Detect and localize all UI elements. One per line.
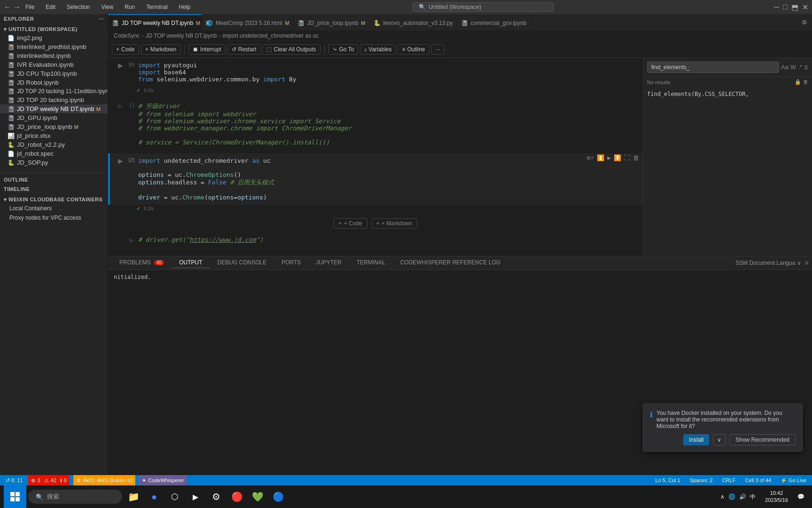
- notification-icon[interactable]: 💬: [794, 493, 808, 500]
- spaces-item[interactable]: Spaces: 2: [688, 477, 715, 483]
- sidebar-item-jd-top-weekly[interactable]: 📓JD TOP weekly NB DT.ipynbM: [0, 104, 108, 113]
- taskbar-chrome[interactable]: ●: [145, 485, 164, 508]
- status-codewhisperer[interactable]: ✦ CodeWhisperer: [139, 475, 187, 485]
- sidebar-item-jd-robot-spec[interactable]: 📄jd_robot.spec: [0, 149, 108, 158]
- cloudbase-title[interactable]: ▾ WEIXIN CLOUDBASE CONTAINERS: [0, 194, 108, 204]
- add-code-btn[interactable]: + + Code: [334, 218, 367, 229]
- tray-ime-icon[interactable]: 中: [750, 493, 756, 501]
- taskbar-search[interactable]: 🔍 搜索: [28, 490, 122, 504]
- sidebar-item-interlinked-test[interactable]: 📓interlinkedtest.ipynb: [0, 51, 108, 60]
- breadcrumb-codesync[interactable]: CodeSync: [114, 32, 140, 39]
- cloudbase-proxy-nodes[interactable]: Proxy nodes for VPC access: [0, 213, 108, 222]
- regex-icon[interactable]: .*: [798, 64, 802, 71]
- toolbar-markdown-btn[interactable]: + Markdown: [141, 44, 180, 55]
- sidebar-item-jd-top20[interactable]: 📓JD TOP 20 tacking.ipynb: [0, 95, 108, 104]
- toolbar-clear-btn[interactable]: ⬚ Clear All Outputs: [262, 44, 320, 55]
- toolbar-variables-btn[interactable]: 𝑥 Variables: [360, 44, 396, 55]
- cell-run-above-icon[interactable]: ⏫: [597, 154, 604, 161]
- outline-section[interactable]: OUTLINE: [0, 175, 108, 184]
- taskbar-app4[interactable]: 🔵: [269, 485, 288, 508]
- ssm-lang-label[interactable]: SSM Document Langua ∨: [735, 260, 801, 266]
- menu-edit[interactable]: Edit: [44, 3, 57, 11]
- docker-show-recommended-btn[interactable]: Show Recommended: [729, 434, 796, 445]
- symbol-search-input[interactable]: [647, 62, 779, 73]
- taskbar-files[interactable]: 📁: [124, 485, 143, 508]
- lock-icon[interactable]: 🔒: [795, 79, 801, 85]
- cell-2-run-btn[interactable]: ▶: [118, 102, 123, 110]
- sidebar-item-jd-sop[interactable]: 🐍JD_SOP.py: [0, 158, 108, 167]
- tab-terminal[interactable]: TERMINAL: [349, 257, 393, 268]
- cell-run-icon[interactable]: ▶: [607, 154, 611, 161]
- cell-1-content[interactable]: import pyautogui import base64 from sele…: [138, 60, 643, 85]
- menu-view[interactable]: View: [99, 3, 115, 11]
- nav-forward[interactable]: →: [13, 3, 21, 11]
- tab-codewhisperer-log[interactable]: CODEWHISPERER REFERENCE LOG: [393, 257, 508, 268]
- window-close[interactable]: ✕: [802, 3, 808, 12]
- taskbar-clock[interactable]: 10:42 2023/5/16: [761, 490, 792, 504]
- toolbar-outline-btn[interactable]: ≡ Outline: [398, 44, 429, 55]
- menu-run[interactable]: Run: [123, 3, 137, 11]
- go-live-item[interactable]: ⚡ Go Live: [779, 477, 808, 484]
- word-match-icon[interactable]: W: [790, 64, 796, 71]
- sidebar-item-jd-robot-v2[interactable]: 🐍JD_robot_v2.2.py: [0, 140, 108, 149]
- sidebar-item-ivr[interactable]: 📓IVR Evaluation.ipynb: [0, 60, 108, 69]
- nav-arrows[interactable]: ← →: [4, 3, 21, 11]
- toolbar-interrupt-btn[interactable]: ⏹ Interrupt: [188, 44, 226, 55]
- cell-4-content[interactable]: # driver.get("https://www.jd.com"): [138, 234, 643, 245]
- menu-file[interactable]: File: [23, 3, 36, 11]
- taskbar-vscode[interactable]: ⬡: [165, 485, 184, 508]
- delete-result-icon[interactable]: 🗑: [803, 79, 808, 85]
- tab-close-icon[interactable]: ✕: [205, 19, 211, 27]
- menu-help[interactable]: Help: [177, 3, 193, 11]
- timeline-section[interactable]: TIMELINE: [0, 184, 108, 194]
- git-branch-item[interactable]: ↺ 0: 11: [4, 477, 24, 484]
- cell-4-run-btn[interactable]: ▶: [129, 236, 134, 244]
- toolbar-restart-btn[interactable]: ↺ Restart: [227, 44, 261, 55]
- cell-run-below-icon[interactable]: ⏬: [614, 154, 621, 161]
- cell-format-icon[interactable]: ≡⚡: [587, 154, 594, 161]
- notebook-area[interactable]: ▶ [6] import pyautogui import base64 fro…: [108, 58, 643, 256]
- status-errors[interactable]: ⊗ 3 ⚠ 42 ℹ 0: [28, 475, 70, 485]
- cloudbase-local-containers[interactable]: Local Containers: [0, 204, 108, 213]
- toolbar-more-btn[interactable]: ···: [431, 44, 445, 55]
- taskbar-terminal[interactable]: ▶: [186, 485, 205, 508]
- sidebar-item-jd-price-xlsx[interactable]: 📊jd_price.xlsx: [0, 131, 108, 140]
- add-markdown-btn[interactable]: + + Markdown: [371, 218, 418, 229]
- sidebar-item-interlinked-pred[interactable]: 📓interlinked_predhist.ipynb: [0, 42, 108, 51]
- sidebar-item-img2[interactable]: 📄img2.png: [0, 33, 108, 42]
- breadcrumb-file[interactable]: JD TOP weekly NB DT.ipynb: [145, 32, 217, 39]
- toolbar-code-btn[interactable]: + Code: [112, 44, 139, 55]
- explorer-more[interactable]: ···: [99, 16, 104, 22]
- nav-back[interactable]: ←: [4, 3, 11, 11]
- tab-problems[interactable]: PROBLEMS 45: [112, 257, 172, 268]
- tab-jd-price-loop[interactable]: 📓 JD_price_loop.ipynb M: [294, 14, 370, 31]
- window-maximize[interactable]: □: [783, 3, 788, 12]
- filter-icon[interactable]: ⧖: [804, 64, 808, 71]
- encoding-item[interactable]: CRLF: [720, 477, 738, 483]
- taskbar-app2[interactable]: 🔴: [227, 485, 246, 508]
- case-sensitive-icon[interactable]: Aa: [781, 64, 789, 71]
- tray-volume-icon[interactable]: 🔊: [739, 493, 746, 500]
- cell-delete-icon[interactable]: 🗑: [633, 154, 639, 161]
- start-button[interactable]: [4, 485, 26, 508]
- language-item[interactable]: Cell 3 of 44: [743, 477, 773, 483]
- sidebar-item-jd-robot[interactable]: 📓JD Robot.ipynb: [0, 78, 108, 87]
- tab-jd-top-weekly[interactable]: 📓 JD TOP weekly NB DT.ipynb M ✕: [108, 14, 202, 31]
- tab-ports[interactable]: PORTS: [274, 257, 308, 268]
- docker-expand-btn[interactable]: ∨: [713, 434, 726, 445]
- tab-output[interactable]: OUTPUT: [172, 257, 210, 268]
- cell-1-run-btn[interactable]: ▶: [118, 62, 123, 69]
- taskbar-app1[interactable]: ⚙: [207, 485, 226, 508]
- line-col-item[interactable]: Ln 5, Col 1: [654, 477, 682, 483]
- toolbar-goto-btn[interactable]: ⤷ Go To: [328, 44, 359, 55]
- workspace-title[interactable]: ▾ UNTITLED (WORKSPACE): [0, 24, 108, 33]
- tray-network-icon[interactable]: 🌐: [728, 493, 735, 500]
- panel-layout-icon[interactable]: ≡: [805, 260, 808, 266]
- status-aws[interactable]: ⚙ AWS: AWS Builder ID: [73, 475, 135, 485]
- docker-install-btn[interactable]: Install: [683, 434, 709, 445]
- tab-debug-console[interactable]: DEBUG CONSOLE: [210, 257, 274, 268]
- menu-selection[interactable]: Selection: [65, 3, 92, 11]
- cell-expand-icon[interactable]: ⛶: [624, 154, 630, 161]
- global-search[interactable]: 🔍 Untitled (Workspace): [413, 2, 554, 12]
- cell-2-content[interactable]: # 升级driver # from selenium import webdri…: [138, 100, 643, 148]
